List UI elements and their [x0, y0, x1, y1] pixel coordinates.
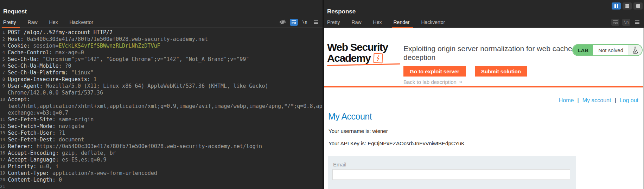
submit-solution-button[interactable]: Submit solution: [475, 66, 527, 77]
response-tab-pretty[interactable]: Pretty: [327, 17, 340, 28]
nav-separator: |: [577, 97, 579, 103]
request-line-text: Sec-Ch-Ua-Mobile: ?0: [6, 63, 323, 69]
response-tab-raw[interactable]: Raw: [352, 17, 362, 28]
request-line-text: Priority: u=0, i: [6, 163, 323, 170]
request-tab-raw[interactable]: Raw: [28, 17, 38, 28]
response-panel-title: Response: [327, 8, 356, 15]
account-nav: Home|My account|Log out: [559, 97, 638, 104]
logo-line1: Web Security: [327, 42, 401, 53]
request-line: 12Sec-Fetch-Mode: navigate: [0, 123, 323, 130]
request-line: 16Accept-Encoding: gzip, deflate, br: [0, 150, 323, 157]
request-tabs: PrettyRawHexHackvertor: [3, 17, 105, 28]
request-line: 1POST /algo/..%2fmy-account HTTP/2: [0, 29, 323, 36]
request-line-text: Sec-Ch-Ua-Platform: "Linux": [6, 69, 323, 76]
request-line: 8Upgrade-Insecure-Requests: 1: [0, 76, 323, 83]
request-line-text: Upgrade-Insecure-Requests: 1: [6, 76, 323, 83]
request-editor[interactable]: 1POST /algo/..%2fmy-account HTTP/22Host:…: [0, 28, 323, 189]
username-line: Your username is: wiener: [329, 128, 388, 134]
logo-line2: Academy: [327, 53, 371, 63]
lightning-bolt-icon: [373, 53, 383, 63]
request-line: 14Sec-Fetch-Dest: document: [0, 136, 323, 143]
response-tab-hex[interactable]: Hex: [373, 17, 382, 28]
hide-nonprintable-eye-icon[interactable]: [278, 19, 287, 26]
line-number: 13: [0, 130, 6, 136]
editor-menu-icon[interactable]: [312, 19, 320, 26]
line-number: 10: [0, 96, 6, 103]
request-panel-title: Request: [3, 8, 27, 15]
burp-message-editor-window: Request PrettyRawHexHackvertor: [0, 0, 644, 189]
request-line: 18Priority: u=0, i: [0, 163, 323, 170]
request-tab-hex[interactable]: Hex: [49, 17, 58, 28]
layout-single-panel-button[interactable]: [633, 2, 643, 10]
line-number: 8: [0, 76, 6, 83]
response-tab-hackvertor[interactable]: Hackvertor: [421, 17, 445, 28]
request-line-text: Cookie: session=EVckLKS4vfEfSBWwnzRLDrLN…: [6, 43, 323, 49]
response-tab-render[interactable]: Render: [394, 17, 410, 28]
nav-separator: |: [614, 97, 616, 103]
request-line-text: Sec-Ch-Ua: "Chromium";v="142", "Google C…: [6, 56, 323, 63]
line-number: 2: [0, 36, 6, 43]
nav-link-home[interactable]: Home: [559, 97, 574, 103]
api-key-line: Your API Key is: EgOjNPxEZAOcsrbJnEvVniw…: [329, 140, 465, 146]
request-editor-toolbar: \n: [278, 19, 320, 26]
lab-header-buttons: Go to exploit serverSubmit solution: [403, 66, 581, 77]
request-line: 15Referer: https://0a5400c303e417a780fb7…: [0, 143, 323, 150]
request-line: 17Accept-Language: es-ES,es;q=0.9: [0, 157, 323, 163]
request-line: 11Sec-Fetch-Site: same-origin: [0, 116, 323, 123]
header-divider: [396, 44, 396, 76]
newline-toggle-icon[interactable]: \n: [622, 19, 630, 26]
request-line: 3Cookie: session=EVckLKS4vfEfSBWwnzRLDrL…: [0, 43, 323, 49]
line-number: 18: [0, 163, 6, 170]
line-number: 1: [0, 29, 6, 36]
line-number: 20: [0, 177, 6, 183]
line-number: 5: [0, 56, 6, 63]
line-number: 11: [0, 116, 6, 123]
line-number: 7: [0, 69, 6, 76]
request-line-text: Accept-Language: es-ES,es;q=0.9: [6, 157, 323, 163]
line-number: 6: [0, 63, 6, 69]
newline-toggle-icon[interactable]: \n: [301, 19, 309, 26]
response-tab-bar: PrettyRawHexRenderHackvertor \n: [324, 17, 644, 28]
request-line-text: Sec-Fetch-Dest: document: [6, 136, 323, 143]
request-line-text: Accept-Encoding: gzip, deflate, br: [6, 150, 323, 157]
request-tab-hackvertor[interactable]: Hackvertor: [70, 17, 94, 28]
line-number: 19: [0, 170, 6, 177]
email-input[interactable]: [332, 169, 570, 180]
flask-icon: [629, 45, 642, 55]
request-line: 10Accept: text/html,application/xhtml+xm…: [0, 96, 323, 116]
word-wrap-icon[interactable]: [290, 19, 298, 26]
line-number: 12: [0, 123, 6, 130]
line-number: 3: [0, 43, 6, 49]
email-label: Email: [333, 161, 346, 167]
lab-badge-label: LAB: [573, 45, 593, 55]
request-line: 2Host: 0a5400c303e417a780fb71e500ef0028.…: [0, 36, 323, 43]
page-heading: My Account: [328, 111, 372, 122]
request-line-text: Cache-Control: max-age=0: [6, 49, 323, 56]
websecurity-academy-logo[interactable]: Web Security Academy: [327, 42, 401, 65]
request-line-text: User-Agent: Mozilla/5.0 (X11; Linux x86_…: [6, 83, 323, 96]
lab-status-text: Not solved: [593, 45, 629, 55]
nav-link-my-account[interactable]: My account: [582, 97, 611, 103]
line-number: 21: [0, 183, 6, 189]
go-to-exploit-server-button[interactable]: Go to exploit server: [403, 66, 466, 77]
editor-menu-icon[interactable]: [633, 19, 641, 26]
request-line: 5Sec-Ch-Ua: "Chromium";v="142", "Google …: [0, 56, 323, 63]
request-line: 20Content-Length: 0: [0, 177, 323, 183]
layout-split-rows-button[interactable]: [623, 2, 632, 10]
word-wrap-icon[interactable]: [611, 19, 619, 26]
double-chevron-icon: »: [459, 78, 462, 85]
layout-split-columns-button[interactable]: [612, 2, 621, 10]
request-line-text: Host: 0a5400c303e417a780fb71e500ef0028.w…: [6, 36, 323, 43]
request-line-text: Sec-Fetch-Mode: navigate: [6, 123, 323, 130]
response-tabs: PrettyRawHexRenderHackvertor: [327, 17, 457, 28]
request-tab-pretty[interactable]: Pretty: [3, 17, 16, 28]
line-number: 17: [0, 157, 6, 163]
nav-link-log-out[interactable]: Log out: [620, 97, 638, 103]
line-number: 4: [0, 49, 6, 56]
request-line: 13Sec-Fetch-User: ?1: [0, 130, 323, 136]
request-line: 9User-Agent: Mozilla/5.0 (X11; Linux x86…: [0, 83, 323, 96]
request-line: 19Content-Type: application/x-www-form-u…: [0, 170, 323, 177]
lab-status-badge: LAB Not solved: [572, 44, 643, 56]
back-to-lab-description-link[interactable]: Back to lab description »: [403, 78, 462, 85]
request-line: 6Sec-Ch-Ua-Mobile: ?0: [0, 63, 323, 69]
